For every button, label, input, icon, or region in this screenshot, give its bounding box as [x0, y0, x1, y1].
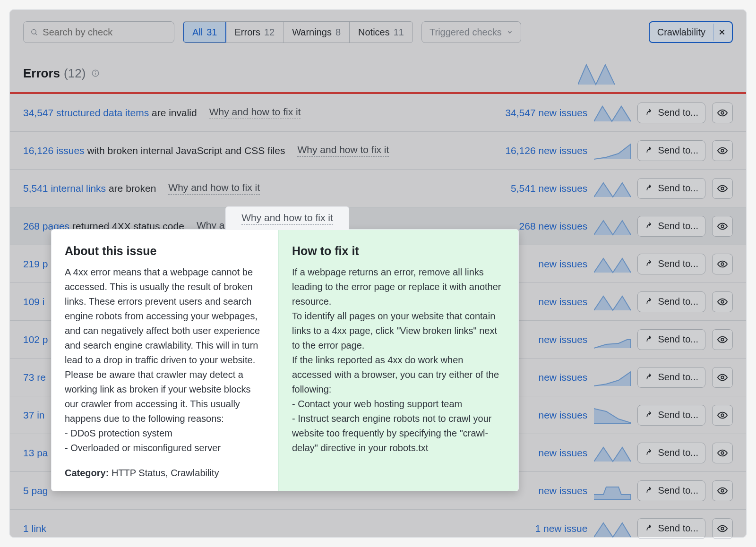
send-to-button[interactable]: Send to...: [637, 405, 705, 426]
issue-link[interactable]: 219 p: [23, 258, 48, 269]
svg-point-9: [721, 187, 724, 190]
issue-link[interactable]: 109 i: [23, 296, 45, 307]
svg-point-8: [721, 149, 724, 152]
triggered-checks-dropdown[interactable]: Triggered checks: [421, 21, 521, 43]
share-arrow-icon: [644, 184, 653, 193]
issue-row[interactable]: 1 link 1 new issue Send to...: [10, 510, 746, 547]
popover-fix-title: How to fix it: [292, 242, 505, 260]
eye-icon: [717, 108, 728, 118]
header-sparkline: [578, 61, 615, 85]
view-button[interactable]: [712, 140, 733, 161]
why-how-link[interactable]: Why and how to fix it: [297, 144, 389, 157]
issue-link[interactable]: 1 link: [23, 523, 46, 534]
new-issues-count[interactable]: 34,547 new issues: [469, 107, 587, 119]
issue-link[interactable]: 37 in: [23, 410, 45, 420]
trend-sparkline: [594, 255, 631, 274]
send-to-label: Send to...: [658, 221, 698, 231]
tab-all[interactable]: All 31: [183, 21, 226, 43]
send-to-button[interactable]: Send to...: [637, 216, 705, 237]
view-button[interactable]: [712, 443, 733, 463]
view-button[interactable]: [712, 329, 733, 350]
new-issues-count[interactable]: 1 new issue: [469, 523, 587, 534]
eye-icon: [717, 259, 728, 269]
new-issues-count[interactable]: 5,541 new issues: [469, 183, 587, 194]
dropdown-label: Triggered checks: [430, 27, 502, 38]
issue-link[interactable]: 13 pa: [23, 447, 48, 458]
popover-fix-p: To identify all pages on your website th…: [292, 309, 505, 353]
trend-sparkline: [594, 217, 631, 236]
tab-notices[interactable]: Notices 11: [350, 22, 412, 43]
category-label: Category:: [65, 468, 109, 478]
filter-chip-label: Crawlability: [657, 27, 705, 38]
tab-errors[interactable]: Errors 12: [226, 22, 284, 43]
send-to-button[interactable]: Send to...: [637, 329, 705, 350]
popover-anchor-tab[interactable]: Why and how to fix it: [225, 206, 349, 230]
search-input-wrap[interactable]: [23, 21, 174, 43]
send-to-button[interactable]: Send to...: [637, 480, 705, 501]
view-button[interactable]: [712, 367, 733, 388]
send-to-button[interactable]: Send to...: [637, 443, 705, 463]
send-to-button[interactable]: Send to...: [637, 140, 705, 161]
send-to-button[interactable]: Send to...: [637, 291, 705, 312]
chevron-down-icon: [507, 29, 513, 35]
why-how-link[interactable]: Why and how to fix it: [209, 106, 301, 119]
issue-row[interactable]: 5,541 internal links are broken Why and …: [10, 170, 746, 207]
send-to-label: Send to...: [658, 145, 698, 156]
svg-point-18: [721, 527, 724, 530]
svg-point-12: [721, 300, 724, 303]
popover-fix-bullet: - Instruct search engine robots not to c…: [292, 411, 505, 455]
view-button[interactable]: [712, 216, 733, 237]
view-button[interactable]: [712, 405, 733, 426]
issue-link[interactable]: 34,547 structured data items: [23, 107, 149, 118]
eye-icon: [717, 410, 728, 420]
issue-link[interactable]: 5,541 internal links: [23, 183, 106, 194]
svg-point-7: [721, 111, 724, 114]
eye-icon: [717, 297, 728, 307]
tab-label: Errors: [234, 27, 260, 38]
view-button[interactable]: [712, 291, 733, 312]
issue-link[interactable]: 73 re: [23, 372, 46, 383]
send-to-label: Send to...: [658, 447, 698, 458]
issues-panel: All 31 Errors 12 Warnings 8 Notices 11 T…: [9, 9, 747, 538]
why-how-link[interactable]: Why and how to fix it: [168, 182, 260, 195]
filter-chip-remove[interactable]: [713, 24, 730, 41]
trend-sparkline: [594, 368, 631, 387]
popover-about: About this issue A 4xx error means that …: [52, 230, 278, 491]
issue-link[interactable]: 16,126 issues: [23, 145, 85, 156]
trend-sparkline: [594, 519, 631, 538]
svg-point-16: [721, 452, 724, 454]
send-to-button[interactable]: Send to...: [637, 178, 705, 199]
view-button[interactable]: [712, 178, 733, 199]
tab-count: 31: [206, 27, 217, 38]
send-to-button[interactable]: Send to...: [637, 103, 705, 123]
trend-sparkline: [594, 103, 631, 122]
tab-warnings[interactable]: Warnings 8: [284, 22, 350, 43]
send-to-button[interactable]: Send to...: [637, 518, 705, 539]
eye-icon: [717, 372, 728, 383]
eye-icon: [717, 145, 728, 156]
view-button[interactable]: [712, 254, 733, 274]
svg-point-11: [721, 263, 724, 265]
issue-link[interactable]: 102 p: [23, 334, 48, 345]
category-value: HTTP Status, Crawlability: [109, 468, 219, 478]
view-button[interactable]: [712, 103, 733, 123]
tab-label: Warnings: [292, 27, 332, 38]
issue-link[interactable]: 5 pag: [23, 485, 48, 496]
view-button[interactable]: [712, 480, 733, 501]
view-button[interactable]: [712, 518, 733, 539]
search-icon: [30, 28, 38, 36]
send-to-button[interactable]: Send to...: [637, 367, 705, 388]
info-icon[interactable]: [91, 69, 100, 77]
new-issues-count[interactable]: 16,126 new issues: [469, 145, 587, 156]
search-input[interactable]: [43, 27, 167, 38]
popover-fix: How to fix it If a webpage returns an er…: [278, 230, 518, 491]
eye-icon: [717, 486, 728, 496]
share-arrow-icon: [644, 298, 653, 306]
trend-sparkline: [594, 481, 631, 500]
issue-row[interactable]: 34,547 structured data items are invalid…: [10, 94, 746, 132]
send-to-button[interactable]: Send to...: [637, 254, 705, 274]
eye-icon: [717, 221, 728, 231]
issue-row[interactable]: 16,126 issues with broken internal JavaS…: [10, 132, 746, 170]
share-arrow-icon: [644, 411, 653, 419]
filter-chip-crawlability[interactable]: Crawlability: [649, 21, 733, 43]
